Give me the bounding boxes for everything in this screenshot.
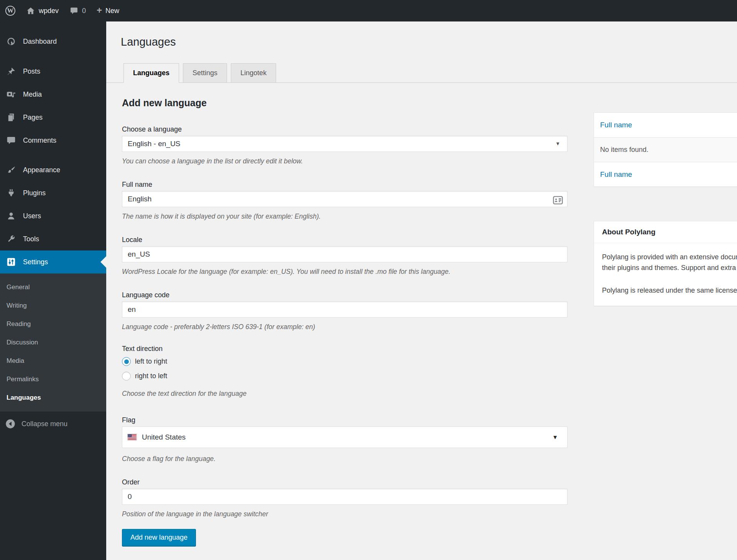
new-label: New bbox=[105, 7, 119, 15]
radio-rtl-control[interactable] bbox=[122, 372, 131, 380]
collapse-arrow-icon bbox=[5, 419, 15, 429]
table-header-row: Full name bbox=[594, 113, 737, 137]
user-icon bbox=[7, 211, 16, 221]
collapse-menu-button[interactable]: Collapse menu bbox=[0, 415, 106, 433]
site-name-label: wpdev bbox=[39, 7, 59, 15]
section-heading: Add new language bbox=[122, 97, 568, 109]
languages-list-column: Full name No items found. Full name Abou… bbox=[594, 112, 737, 306]
sidebar-item-dashboard[interactable]: Dashboard bbox=[0, 31, 106, 52]
radio-ltr-control[interactable] bbox=[122, 357, 131, 366]
flag-select[interactable]: United States ▼ bbox=[122, 427, 568, 448]
locale-help: WordPress Locale for the language (for e… bbox=[122, 268, 568, 276]
text-direction-help: Choose the text direction for the langua… bbox=[122, 390, 568, 398]
about-text-line: their plugins and themes. Support and ex… bbox=[602, 262, 737, 273]
sidebar-item-users[interactable]: Users bbox=[0, 204, 106, 227]
radio-rtl-label: right to left bbox=[135, 372, 167, 380]
submenu-item-writing[interactable]: Writing bbox=[0, 296, 106, 315]
wordpress-menu[interactable]: W bbox=[0, 0, 21, 21]
sidebar-item-label: Plugins bbox=[23, 189, 46, 197]
language-code-help: Language code - preferably 2-letters ISO… bbox=[122, 323, 568, 331]
choose-language-help: You can choose a language in the list or… bbox=[122, 157, 568, 165]
page-title: Languages bbox=[121, 35, 737, 49]
sidebar-item-posts[interactable]: Posts bbox=[0, 60, 106, 83]
nav-tabs: Languages Settings Lingotek bbox=[106, 63, 737, 83]
flag-help: Choose a flag for the language. bbox=[122, 455, 568, 463]
new-content-menu[interactable]: + New bbox=[91, 0, 125, 21]
order-help: Position of the language in the language… bbox=[122, 510, 568, 518]
about-text-line: Polylang is released under the same lice… bbox=[602, 285, 737, 296]
plug-icon bbox=[7, 188, 16, 198]
submenu-item-discussion[interactable]: Discussion bbox=[0, 333, 106, 352]
sidebar-item-label: Comments bbox=[23, 137, 56, 145]
no-items-text: No items found. bbox=[600, 146, 648, 154]
choose-language-select[interactable]: English - en_US ▼ bbox=[122, 136, 568, 152]
language-code-input[interactable] bbox=[122, 301, 568, 318]
pushpin-icon bbox=[7, 67, 16, 76]
radio-ltr-label: left to right bbox=[135, 357, 167, 366]
menu-separator bbox=[0, 52, 106, 60]
comment-bubble-icon bbox=[69, 6, 79, 15]
flag-selected-value: United States bbox=[142, 433, 547, 441]
wrench-icon bbox=[7, 234, 16, 244]
comments-menu[interactable]: 0 bbox=[64, 0, 91, 21]
wordpress-logo-icon: W bbox=[5, 6, 15, 16]
languages-table: Full name No items found. Full name bbox=[594, 112, 737, 187]
sidebar-item-media[interactable]: Media bbox=[0, 83, 106, 106]
sidebar-item-label: Dashboard bbox=[23, 38, 57, 46]
full-name-input[interactable] bbox=[122, 191, 568, 207]
settings-submenu: General Writing Reading Discussion Media… bbox=[0, 273, 106, 412]
collapse-menu-label: Collapse menu bbox=[21, 420, 67, 428]
chevron-down-icon: ▼ bbox=[555, 141, 560, 147]
submenu-item-languages[interactable]: Languages bbox=[0, 389, 106, 407]
radio-ltr[interactable]: left to right bbox=[122, 356, 568, 367]
choose-language-label: Choose a language bbox=[122, 125, 568, 133]
comment-icon bbox=[7, 136, 16, 145]
admin-bar: W wpdev 0 + New bbox=[0, 0, 737, 21]
about-polylang-body: Polylang is provided with an extensive d… bbox=[594, 243, 737, 306]
menu-separator bbox=[0, 152, 106, 158]
camera-icon bbox=[7, 90, 16, 99]
order-label: Order bbox=[122, 478, 568, 486]
about-text-line: Polylang is provided with an extensive d… bbox=[602, 252, 737, 262]
language-code-label: Language code bbox=[122, 291, 568, 299]
dashboard-icon bbox=[7, 37, 16, 46]
sidebar-item-tools[interactable]: Tools bbox=[0, 227, 106, 250]
sidebar-item-pages[interactable]: Pages bbox=[0, 106, 106, 129]
sidebar-item-appearance[interactable]: Appearance bbox=[0, 158, 106, 181]
sidebar-item-plugins[interactable]: Plugins bbox=[0, 181, 106, 204]
tab-lingotek[interactable]: Lingotek bbox=[231, 63, 276, 83]
table-empty-row: No items found. bbox=[594, 137, 737, 162]
sidebar-item-comments[interactable]: Comments bbox=[0, 129, 106, 152]
about-polylang-box: About Polylang Polylang is provided with… bbox=[594, 221, 737, 306]
sidebar-item-label: Posts bbox=[23, 68, 40, 76]
sidebar-item-label: Users bbox=[23, 212, 41, 220]
vcard-icon bbox=[553, 196, 563, 204]
site-name-menu[interactable]: wpdev bbox=[21, 0, 64, 21]
locale-input[interactable] bbox=[122, 246, 568, 262]
column-header-full-name[interactable]: Full name bbox=[600, 121, 632, 129]
add-new-language-button[interactable]: Add new language bbox=[122, 529, 196, 546]
submenu-item-reading[interactable]: Reading bbox=[0, 315, 106, 333]
sidebar-item-label: Media bbox=[23, 91, 42, 99]
sidebar-item-settings[interactable]: Settings bbox=[0, 250, 106, 273]
plus-icon: + bbox=[97, 6, 102, 15]
pages-icon bbox=[7, 113, 16, 122]
full-name-help: The name is how it is displayed on your … bbox=[122, 212, 568, 221]
settings-icon bbox=[7, 257, 16, 267]
column-footer-full-name[interactable]: Full name bbox=[600, 170, 632, 179]
tab-languages[interactable]: Languages bbox=[123, 63, 179, 83]
comments-count: 0 bbox=[82, 7, 86, 15]
radio-rtl[interactable]: right to left bbox=[122, 371, 568, 382]
chevron-down-icon: ▼ bbox=[552, 434, 558, 440]
sidebar-item-label: Appearance bbox=[23, 166, 60, 174]
submenu-item-general[interactable]: General bbox=[0, 278, 106, 296]
brush-icon bbox=[7, 165, 16, 175]
order-input[interactable] bbox=[122, 489, 568, 505]
about-polylang-title: About Polylang bbox=[594, 221, 737, 243]
tab-settings[interactable]: Settings bbox=[183, 63, 227, 83]
submenu-item-permalinks[interactable]: Permalinks bbox=[0, 370, 106, 389]
submenu-item-media[interactable]: Media bbox=[0, 352, 106, 370]
full-name-label: Full name bbox=[122, 181, 568, 189]
home-icon bbox=[26, 6, 35, 15]
table-footer-row: Full name bbox=[594, 162, 737, 186]
